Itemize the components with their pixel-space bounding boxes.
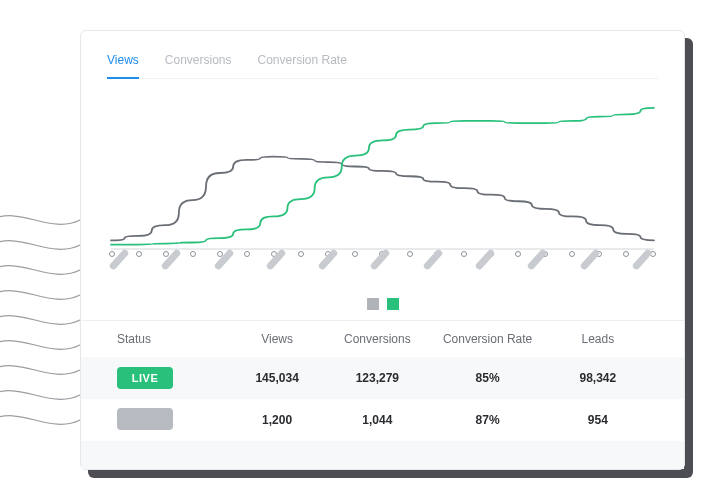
x-axis-labels (107, 257, 658, 284)
table-row-empty (81, 441, 684, 469)
metrics-table: Status Views Conversions Conversion Rate… (81, 321, 684, 469)
cell-views: 1,200 (227, 413, 327, 427)
cell-rate: 87% (427, 413, 547, 427)
col-leads: Leads (548, 332, 648, 346)
line-chart (107, 93, 658, 253)
col-conv: Conversions (327, 332, 427, 346)
cell-conversions: 123,279 (327, 371, 427, 385)
tab-conversions[interactable]: Conversions (165, 53, 232, 78)
col-rate: Conversion Rate (427, 332, 547, 346)
cell-leads: 98,342 (548, 371, 648, 385)
tab-views[interactable]: Views (107, 53, 139, 79)
table-row: LIVE 145,034 123,279 85% 98,342 (81, 357, 684, 399)
legend-swatch-a (367, 298, 379, 310)
col-status: Status (117, 332, 227, 346)
status-badge (117, 408, 173, 430)
table-header-row: Status Views Conversions Conversion Rate… (81, 321, 684, 357)
tab-conversion-rate[interactable]: Conversion Rate (258, 53, 347, 78)
analytics-card: Views Conversions Conversion Rate Status… (80, 30, 685, 470)
col-views: Views (227, 332, 327, 346)
cell-rate: 85% (427, 371, 547, 385)
cell-conversions: 1,044 (327, 413, 427, 427)
cell-leads: 954 (548, 413, 648, 427)
tab-bar: Views Conversions Conversion Rate (107, 53, 658, 79)
chart-legend (107, 298, 658, 310)
status-badge: LIVE (117, 367, 173, 389)
table-row: 1,200 1,044 87% 954 (81, 399, 684, 441)
cell-views: 145,034 (227, 371, 327, 385)
legend-swatch-b (387, 298, 399, 310)
